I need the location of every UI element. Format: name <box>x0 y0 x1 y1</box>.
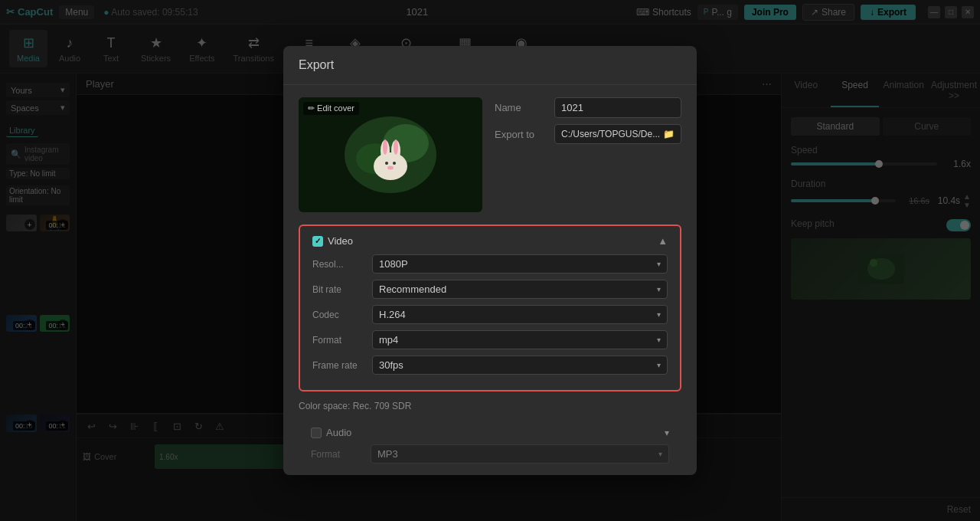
svg-point-13 <box>393 162 396 165</box>
audio-section: Audio ▾ Format MP3 ▾ <box>299 421 681 470</box>
chevron-down-icon: ▾ <box>657 361 661 369</box>
chevron-down-icon: ▾ <box>658 450 662 458</box>
format-option-row: Format mp4 ▾ <box>312 330 668 349</box>
audio-format-select[interactable]: MP3 ▾ <box>371 444 669 464</box>
svg-point-10 <box>383 139 387 155</box>
svg-point-14 <box>387 166 394 170</box>
audio-section-header[interactable]: Audio ▾ <box>311 427 669 438</box>
export-to-label: Export to <box>495 129 548 140</box>
export-to-field-row: Export to C:/Users/TOPGUS/De... 📁 <box>495 124 681 144</box>
chevron-down-icon: ▾ <box>657 310 661 319</box>
audio-section-title: Audio <box>326 427 351 438</box>
export-modal: Export <box>283 46 697 475</box>
audio-collapse-icon[interactable]: ▾ <box>665 428 669 438</box>
modal-video-section: ✓ Video ▲ Resol... 1080P ▾ Bit rate Reco… <box>283 224 697 475</box>
name-label: Name <box>495 102 548 113</box>
bitrate-label: Bit rate <box>312 284 366 295</box>
resolution-label: Resol... <box>312 259 366 270</box>
chevron-down-icon: ▾ <box>657 260 661 268</box>
video-section-header[interactable]: ✓ Video ▲ <box>312 235 668 247</box>
modal-overlay: Export <box>0 0 980 521</box>
framerate-select[interactable]: 30fps ▾ <box>372 356 668 375</box>
modal-title: Export <box>283 46 697 85</box>
audio-format-row: Format MP3 ▾ <box>311 444 669 464</box>
video-options-panel: ✓ Video ▲ Resol... 1080P ▾ Bit rate Reco… <box>299 224 681 392</box>
codec-option-row: Codec H.264 ▾ <box>312 305 668 324</box>
audio-checkbox[interactable] <box>311 428 322 438</box>
video-section-title: Video <box>328 235 353 247</box>
audio-format-label: Format <box>311 449 364 460</box>
svg-point-11 <box>394 139 398 155</box>
svg-point-12 <box>385 162 388 165</box>
export-thumbnail: ✏ Edit cover <box>299 97 482 212</box>
bitrate-select[interactable]: Recommended ▾ <box>372 280 668 299</box>
folder-icon[interactable]: 📁 <box>663 129 675 139</box>
format-label: Format <box>312 335 366 346</box>
codec-select[interactable]: H.264 ▾ <box>372 305 668 324</box>
bitrate-option-row: Bit rate Recommended ▾ <box>312 280 668 299</box>
resolution-select[interactable]: 1080P ▾ <box>372 254 668 274</box>
modal-body: ✏ Edit cover Name Export to C:/Users/TOP… <box>283 85 697 224</box>
modal-fields: Name Export to C:/Users/TOPGUS/De... 📁 <box>495 97 681 212</box>
resolution-option-row: Resol... 1080P ▾ <box>312 254 668 274</box>
framerate-label: Frame rate <box>312 360 366 371</box>
format-select[interactable]: mp4 ▾ <box>372 330 668 349</box>
codec-label: Codec <box>312 310 366 320</box>
export-path-field[interactable]: C:/Users/TOPGUS/De... 📁 <box>554 124 681 144</box>
framerate-option-row: Frame rate 30fps ▾ <box>312 356 668 375</box>
color-space-note: Color space: Rec. 709 SDR <box>299 401 681 421</box>
edit-cover-button[interactable]: ✏ Edit cover <box>303 102 359 115</box>
name-field-row: Name <box>495 97 681 118</box>
video-checkbox[interactable]: ✓ <box>312 236 323 247</box>
chevron-down-icon: ▾ <box>657 285 661 293</box>
chevron-down-icon: ▾ <box>657 336 661 344</box>
video-collapse-icon[interactable]: ▲ <box>658 235 668 247</box>
name-input[interactable] <box>554 97 681 118</box>
